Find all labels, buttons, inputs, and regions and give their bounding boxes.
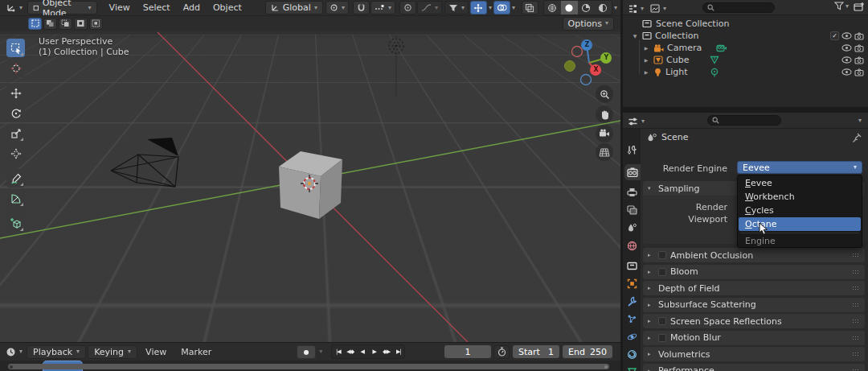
panel-volumetrics[interactable]: ▸ Volumetrics	[643, 347, 865, 361]
snap-with-dropdown[interactable]: ▾	[371, 1, 395, 14]
select-mode-invert-button[interactable]	[74, 18, 88, 30]
tool-measure[interactable]	[6, 189, 25, 208]
select-mode-extend-button[interactable]	[43, 18, 57, 30]
outliner-search-input[interactable]	[702, 2, 775, 13]
tab-tool-properties[interactable]	[623, 142, 641, 158]
outliner-row-scene-collection[interactable]: Scene Collection	[623, 18, 868, 30]
disclosure-closed-icon[interactable]: ▶	[642, 69, 650, 75]
transform-orientation-dropdown[interactable]: Global ▾	[265, 1, 323, 14]
timeline-view-menu[interactable]: View	[139, 344, 173, 359]
panel-motion-blur[interactable]: ▸ Motion Blur	[643, 331, 865, 345]
select-mode-subtract-button[interactable]	[59, 18, 72, 30]
panel-subsurface-scattering[interactable]: ▸ Subsurface Scattering	[643, 298, 865, 312]
screen-space-reflections-checkbox[interactable]	[658, 317, 666, 325]
disclosure-closed-icon[interactable]: ▶	[642, 45, 650, 51]
new-collection-button[interactable]	[854, 2, 865, 12]
hide-eye-icon[interactable]	[841, 44, 852, 52]
next-keyframe-button[interactable]: ◆▶	[380, 345, 392, 358]
disclosure-open-icon[interactable]: ▼	[631, 33, 639, 39]
play-reverse-button[interactable]: ◀	[356, 345, 368, 358]
menu-item-workbench[interactable]: Workbench	[739, 190, 861, 204]
gizmo-neg-y[interactable]	[565, 61, 575, 72]
tool-cursor[interactable]	[6, 59, 25, 77]
collection-checkbox[interactable]: ✓	[830, 31, 839, 40]
outliner-row-camera[interactable]: ▶ Camera	[623, 42, 868, 54]
timeline-editor-button[interactable]: ▾	[3, 345, 25, 359]
tab-data-properties[interactable]	[623, 364, 641, 371]
timeline-scrollbar[interactable]	[8, 364, 609, 369]
zoom-view-button[interactable]	[596, 85, 613, 103]
panel-ambient-occlusion[interactable]: ▸ Ambient Occlusion	[643, 248, 865, 262]
menu-object[interactable]: Object	[207, 1, 248, 15]
disable-render-camera-icon[interactable]	[854, 56, 864, 64]
toggle-ortho-button[interactable]	[596, 143, 613, 161]
object-types-visibility-dropdown[interactable]: ▾	[444, 1, 469, 14]
tab-particle-properties[interactable]	[623, 311, 641, 327]
prev-keyframe-button[interactable]: ◀◆	[344, 345, 356, 358]
tab-output-properties[interactable]	[623, 184, 641, 200]
chevron-down-icon[interactable]: ▾	[489, 5, 492, 11]
tab-physics-properties[interactable]	[623, 328, 641, 344]
tool-annotate[interactable]	[6, 169, 25, 188]
proportional-editing-button[interactable]	[399, 1, 416, 14]
drag-handle-icon[interactable]	[852, 303, 860, 307]
viewport-3d[interactable]: Z Y X User Perspective (1) Collection | …	[0, 31, 620, 342]
drag-handle-icon[interactable]	[852, 336, 860, 340]
outliner-display-mode-dropdown[interactable]: ▾	[648, 2, 669, 15]
xray-toggle[interactable]	[522, 1, 538, 14]
shading-rendered-button[interactable]	[595, 1, 612, 14]
keying-menu[interactable]: Keying ▾	[88, 345, 137, 359]
frame-start-field[interactable]: Start 1	[513, 345, 559, 358]
drag-handle-icon[interactable]	[852, 319, 860, 324]
select-mode-set-button[interactable]	[28, 18, 42, 30]
chevron-down-icon[interactable]: ▾	[858, 117, 862, 124]
panel-screen-space-reflections[interactable]: ▸ Screen Space Reflections	[643, 314, 865, 328]
jump-to-start-button[interactable]: |◀	[332, 345, 344, 358]
select-mode-intersect-button[interactable]	[89, 18, 103, 30]
ambient-occlusion-checkbox[interactable]	[658, 251, 666, 259]
pin-icon[interactable]	[852, 133, 862, 142]
tab-constraint-properties[interactable]	[623, 346, 641, 362]
menu-item-cycles[interactable]: Cycles	[739, 204, 861, 217]
playback-menu[interactable]: Playback ▾	[27, 345, 86, 359]
properties-editor-button[interactable]: ▾	[625, 114, 647, 128]
proportional-falloff-dropdown[interactable]: ▾	[417, 1, 442, 14]
editor-type-button[interactable]: ▾	[3, 1, 25, 14]
outliner-row-light[interactable]: ▶ Light	[623, 66, 868, 78]
drag-handle-icon[interactable]	[852, 286, 860, 291]
hide-eye-icon[interactable]	[841, 68, 852, 76]
tab-object-properties[interactable]	[623, 275, 641, 291]
gizmo-neg-x[interactable]	[572, 47, 583, 57]
motion-blur-checkbox[interactable]	[658, 334, 666, 342]
render-engine-dropdown[interactable]: Eevee ▾	[737, 161, 862, 174]
current-frame-field[interactable]: 1	[444, 345, 491, 358]
pan-view-button[interactable]	[596, 105, 613, 123]
drag-handle-icon[interactable]	[852, 352, 860, 357]
tool-scale[interactable]	[6, 124, 25, 142]
tool-add-cube[interactable]	[6, 214, 25, 233]
menu-view[interactable]: View	[103, 1, 137, 15]
drag-handle-icon[interactable]	[852, 270, 860, 274]
show-gizmo-toggle[interactable]	[470, 1, 487, 14]
pivot-point-dropdown[interactable]: ▾	[326, 1, 349, 14]
outliner-filter-dropdown[interactable]: ▾	[834, 2, 849, 10]
play-button[interactable]: ▶	[368, 345, 380, 358]
tab-world-properties[interactable]	[623, 237, 641, 254]
light-object[interactable]	[389, 39, 403, 97]
panel-depth-of-field[interactable]: ▸ Depth of Field	[643, 281, 865, 295]
outliner-row-collection[interactable]: ▼ Collection ✓	[623, 30, 868, 42]
camera-view-button[interactable]	[596, 125, 613, 142]
drag-handle-icon[interactable]	[852, 253, 860, 258]
panel-bloom[interactable]: ▸ Bloom	[643, 265, 865, 279]
breadcrumb-scene-label[interactable]: Scene	[661, 132, 689, 142]
tab-render-properties[interactable]	[624, 164, 641, 180]
menu-item-eevee[interactable]: Eevee	[739, 176, 861, 190]
menu-item-octane[interactable]: Octane	[739, 217, 861, 231]
timeline-track-area[interactable]	[0, 361, 620, 371]
options-dropdown[interactable]: Options ▾	[563, 17, 614, 31]
shading-wireframe-button[interactable]	[544, 1, 561, 14]
properties-search-input[interactable]	[707, 115, 781, 126]
menu-add[interactable]: Add	[177, 1, 207, 15]
menu-select[interactable]: Select	[137, 1, 177, 15]
tab-collection-properties[interactable]	[623, 258, 641, 274]
